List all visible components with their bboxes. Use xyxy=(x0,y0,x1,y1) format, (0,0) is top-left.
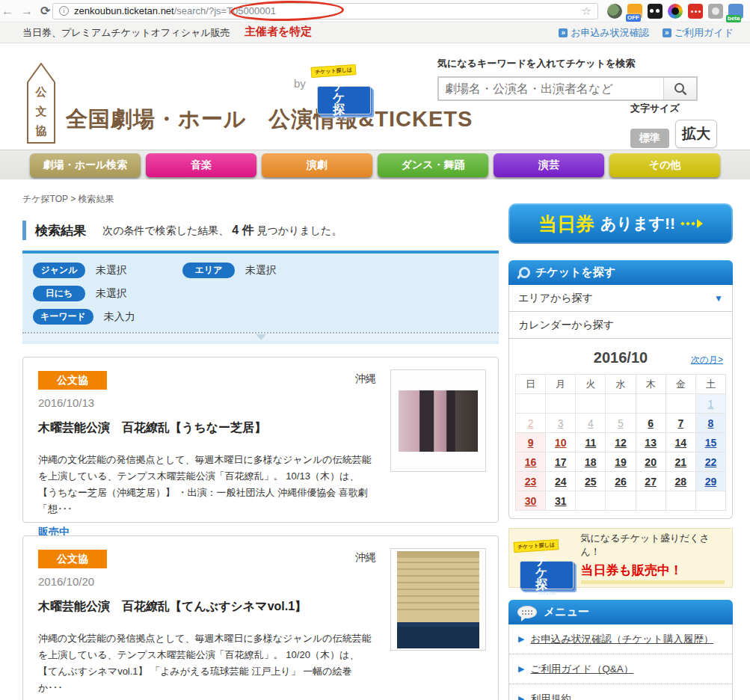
calendar-day[interactable]: 10 xyxy=(546,433,576,452)
calendar-day[interactable] xyxy=(606,394,636,414)
calendar-day[interactable]: 18 xyxy=(576,452,606,472)
calendar-day[interactable] xyxy=(666,491,696,511)
calendar-day[interactable]: 31 xyxy=(546,491,576,511)
extension-icon[interactable]: OFF xyxy=(627,4,642,19)
calendar-day[interactable] xyxy=(636,491,666,511)
calendar-day[interactable]: 11 xyxy=(576,433,606,452)
fontsize-large-button[interactable]: 拡大 xyxy=(675,120,717,148)
calendar-day[interactable]: 9 xyxy=(516,433,546,452)
search-icon xyxy=(674,82,687,96)
region-label: 沖縄 xyxy=(355,372,376,386)
calendar-day[interactable]: 23 xyxy=(516,472,546,491)
search-button[interactable] xyxy=(663,78,696,99)
calendar-day[interactable] xyxy=(576,394,606,414)
menu-item[interactable]: ▶ ご利用ガイド（Q&A） xyxy=(509,654,732,684)
extension-icon[interactable] xyxy=(688,4,703,19)
filter-pill: ジャンル xyxy=(33,262,85,278)
calendar-day[interactable]: 28 xyxy=(666,472,696,491)
calendar-day[interactable]: 3 xyxy=(546,414,576,433)
menu-item[interactable]: ▶ 利用規約 xyxy=(509,684,732,700)
calendar-day[interactable]: 13 xyxy=(636,433,666,452)
menu-item[interactable]: ▶ お申込み状況確認（チケット購入履歴） xyxy=(509,624,732,654)
filter-toggle[interactable] xyxy=(22,332,499,341)
extension-icon[interactable] xyxy=(668,4,683,19)
bookmark-star-icon[interactable]: ☆ xyxy=(582,4,591,18)
nav-tab[interactable]: その他 xyxy=(609,153,720,177)
fontsize-standard-button[interactable]: 標準 xyxy=(630,129,669,148)
extension-icon[interactable] xyxy=(708,4,723,19)
calendar-day[interactable]: 24 xyxy=(546,472,576,491)
calendar-day[interactable]: 6 xyxy=(636,414,666,433)
topbar-link[interactable]: »お申込み状況確認 xyxy=(559,26,649,40)
extension-icon[interactable] xyxy=(607,4,622,19)
calendar-day[interactable]: 12 xyxy=(606,433,636,452)
extension-icon[interactable] xyxy=(648,4,663,19)
calendar-day[interactable] xyxy=(636,394,666,414)
calendar-day[interactable]: 25 xyxy=(576,472,606,491)
filter-item: ジャンル 未選択 xyxy=(33,262,182,278)
reload-icon[interactable]: ⟳ xyxy=(40,4,50,18)
event-thumbnail[interactable] xyxy=(390,548,486,651)
calendar-day[interactable]: 14 xyxy=(666,433,696,452)
menu-header: メニュー xyxy=(508,600,733,624)
browser-toolbar: ← → ⟳ i zenkoubun.ticketan.net/search/?j… xyxy=(0,0,750,22)
filter-value: 未選択 xyxy=(96,287,127,301)
calendar-day[interactable]: 17 xyxy=(546,452,576,472)
calendar-day[interactable] xyxy=(576,491,606,511)
calendar-day[interactable] xyxy=(516,394,546,414)
calendar-day[interactable]: 4 xyxy=(576,414,606,433)
nav-tab[interactable]: 演芸 xyxy=(494,153,604,177)
calendar-month: 2016/10 xyxy=(594,349,648,366)
triangle-right-icon: ▶ xyxy=(518,634,524,644)
breadcrumb[interactable]: チケ探TOP > 検索結果 xyxy=(22,193,499,206)
calendar-day[interactable]: 20 xyxy=(636,452,666,472)
tiketan-ad-banner[interactable]: チケット探しは チケ探TICKETAN 気になるチケット盛りだくさん！ 当日券も… xyxy=(508,528,733,588)
calendar-day[interactable]: 30 xyxy=(516,491,546,511)
koubunkyo-logo[interactable]: 公 文 協 xyxy=(27,63,55,144)
calendar-day[interactable]: 2 xyxy=(516,414,546,433)
calendar-day[interactable]: 22 xyxy=(696,452,726,472)
back-icon[interactable]: ← xyxy=(1,4,13,18)
next-month-link[interactable]: 次の月> xyxy=(691,354,723,366)
info-icon[interactable]: i xyxy=(59,6,69,16)
extension-icons: OFF beta xyxy=(607,4,743,19)
tiketan-tag: チケット探しは xyxy=(311,64,357,78)
event-description: 沖縄の文化芸能の発信拠点として、毎週木曜日に多様なジャンルの伝統芸能を上演してい… xyxy=(38,630,375,696)
calendar-day[interactable]: 15 xyxy=(696,433,726,452)
search-input[interactable] xyxy=(439,82,663,96)
event-thumbnail[interactable] xyxy=(390,369,486,472)
calendar-day[interactable] xyxy=(666,394,696,414)
calendar-day[interactable]: 27 xyxy=(636,472,666,491)
weekday-label: 土 xyxy=(696,375,726,394)
calendar-day[interactable]: 8 xyxy=(696,414,726,433)
extension-icon[interactable]: beta xyxy=(728,4,743,19)
filter-value: 未選択 xyxy=(96,264,127,277)
nav-tab[interactable]: ダンス・舞踊 xyxy=(378,153,488,177)
result-card[interactable]: 公文協 2016/10/20 木曜芸能公演 百花繚乱【てんぶすシネマvol.1】… xyxy=(22,535,499,700)
weekday-label: 水 xyxy=(606,375,636,394)
site-header: 公 文 協 全国劇場・ホール 公演情報&TICKETS by チケット探しは チ… xyxy=(0,43,750,150)
calendar-day[interactable]: 29 xyxy=(696,472,726,491)
calendar-day[interactable]: 16 xyxy=(516,452,546,472)
calendar-day[interactable]: 7 xyxy=(666,414,696,433)
tiketan-logo[interactable]: チケット探しは チケ探TICKETAN xyxy=(314,67,372,99)
calendar-day[interactable] xyxy=(606,491,636,511)
find-by-calendar-row[interactable]: カレンダーから探す xyxy=(508,312,733,339)
same-day-ticket-banner[interactable]: 当日券 あります!! xyxy=(508,203,733,244)
result-card[interactable]: 公文協 2016/10/13 木曜芸能公演 百花繚乱【うちなー芝居】 沖縄の文化… xyxy=(22,357,499,523)
find-by-area-row[interactable]: エリアから探す ▼ xyxy=(508,285,733,312)
forward-icon[interactable]: → xyxy=(21,4,33,18)
calendar-day[interactable]: 21 xyxy=(666,452,696,472)
calendar-day[interactable] xyxy=(546,394,576,414)
url-bar[interactable]: i zenkoubun.ticketan.net/search/?js=T050… xyxy=(52,3,598,19)
svg-text:協: 協 xyxy=(35,124,47,137)
calendar-day[interactable]: 1 xyxy=(696,394,726,414)
topbar-link[interactable]: »ご利用ガイド xyxy=(663,26,734,40)
nav-tab[interactable]: 劇場・ホール検索 xyxy=(30,153,141,177)
calendar-day[interactable]: 19 xyxy=(606,452,636,472)
calendar-day[interactable]: 26 xyxy=(606,472,636,491)
calendar-day[interactable] xyxy=(696,491,726,511)
calendar-day[interactable]: 5 xyxy=(606,414,636,433)
nav-tab[interactable]: 音楽 xyxy=(146,153,256,177)
nav-tab[interactable]: 演劇 xyxy=(262,153,372,177)
